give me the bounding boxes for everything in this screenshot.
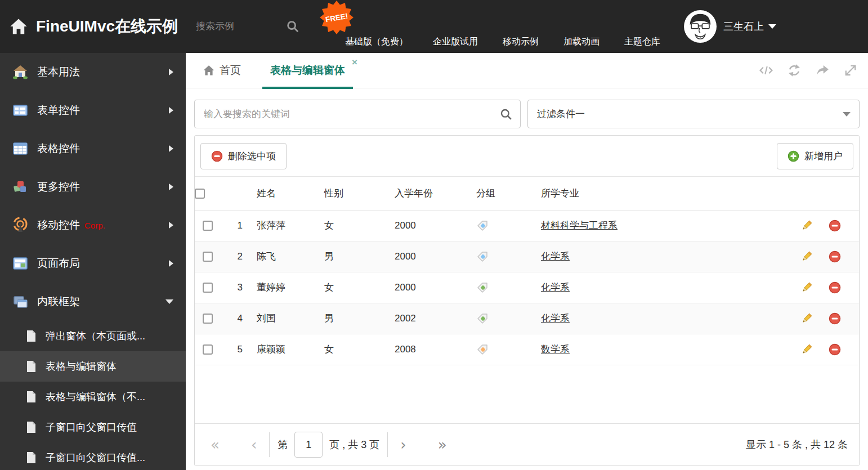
header-search-input[interactable] [196,21,286,32]
sidebar-subitem-label: 弹出窗体（本页面或... [46,329,145,343]
edit-pencil-icon[interactable] [800,312,813,325]
row-checkbox[interactable] [203,252,213,262]
sidebar-subitem[interactable]: 弹出窗体（本页面或... [0,321,186,351]
add-user-button[interactable]: 新增用户 [777,143,853,169]
row-index: 3 [220,272,248,303]
row-gender: 男 [316,303,386,334]
sidebar-item-label: 基本用法 [37,65,80,79]
corp-badge: Corp. [84,221,105,230]
keyword-search-input[interactable] [195,109,500,120]
add-user-label: 新增用户 [804,150,843,163]
major-link[interactable]: 化学系 [541,251,570,262]
sidebar-item-iframe[interactable]: 内联框架 [0,283,186,321]
sidebar-submenu: 弹出窗体（本页面或... 表格与编辑窗体 表格与编辑窗体（不... [0,321,186,470]
sidebar-item-label: 内联框架 [37,294,80,309]
chevron-right-icon [169,145,173,152]
tab-home[interactable]: 首页 [203,63,241,78]
select-all-checkbox[interactable] [195,189,205,199]
table-icon [12,141,28,156]
major-link[interactable]: 化学系 [541,313,570,324]
nav-label: 企业版试用 [433,36,478,48]
users-table: 姓名 性别 入学年份 分组 所学专业 1 张萍萍 女 [195,177,859,365]
row-name: 刘国 [248,303,316,334]
edit-pencil-icon[interactable] [800,250,813,263]
sidebar-item-grid[interactable]: 表格控件 [0,129,186,168]
expand-icon[interactable] [843,63,858,78]
search-icon[interactable] [286,20,299,33]
table-row: 3 董婷婷 女 2000 化学系 [195,272,859,303]
last-page-button[interactable]: » [433,436,451,453]
major-link[interactable]: 材料科学与工程系 [541,220,618,231]
sidebar-subitem[interactable]: 子窗口向父窗口传值... [0,442,186,470]
tabstrip: 首页 表格与编辑窗体 × [186,53,868,88]
edit-pencil-icon[interactable] [800,220,813,232]
row-name: 康颖颖 [248,334,316,365]
sidebar-item-basic[interactable]: 基本用法 [0,53,186,91]
row-year: 2008 [386,334,468,365]
top-header: FineUIMvc在线示例 FREE! 基础版（免费） 企业版试用 [0,0,868,53]
row-name: 陈飞 [248,241,316,272]
user-menu[interactable]: 三生石上 [684,10,776,43]
delete-row-icon[interactable] [829,312,841,325]
pagination-bar: « ‹ 第 页 , 共 3 页 › » 显示 1 - 5 条 , 共 12 条 [195,423,859,465]
antenna-icon [12,217,28,233]
tab-close-icon[interactable]: × [352,57,357,68]
delete-selected-button[interactable]: 删除选中项 [200,143,287,169]
row-checkbox[interactable] [203,221,213,231]
first-page-button[interactable]: « [206,436,224,453]
sidebar-subitem[interactable]: 表格与编辑窗体 [0,351,186,382]
filter-dropdown[interactable]: 过滤条件一 [527,100,860,128]
major-link[interactable]: 化学系 [541,282,570,293]
sidebar-item-more[interactable]: 更多控件 [0,168,186,206]
home-logo-icon[interactable] [9,17,28,36]
nav-item-loading[interactable]: 加载动画 [563,6,599,48]
row-checkbox[interactable] [203,314,213,324]
sidebar-subitem[interactable]: 子窗口向父窗口传值 [0,412,186,442]
row-checkbox[interactable] [203,344,213,355]
nav-item-enterprise[interactable]: 企业版试用 [433,6,478,48]
nav-item-basic-free[interactable]: FREE! 基础版（免费） [345,6,408,48]
prev-page-button[interactable]: ‹ [247,436,261,453]
row-checkbox[interactable] [203,283,213,293]
grid-toolbar: 删除选中项 新增用户 [195,136,859,177]
share-icon[interactable] [815,63,830,78]
avatar [684,10,717,43]
page-number-input[interactable] [294,432,323,458]
row-year: 2000 [386,272,468,303]
sidebar-item-layout[interactable]: 页面布局 [0,244,186,283]
row-index: 2 [220,241,248,272]
form-icon [12,102,28,118]
sidebar-item-label: 页面布局 [37,256,80,271]
file-icon [26,360,37,373]
search-icon[interactable] [500,108,512,120]
refresh-icon[interactable] [787,63,802,78]
delete-row-icon[interactable] [829,343,841,356]
table-row: 1 张萍萍 女 2000 材料科学与工程系 [195,210,859,241]
table-row: 2 陈飞 男 2000 化学系 [195,241,859,272]
table-row: 5 康颖颖 女 2008 数学系 [195,334,859,365]
delete-row-icon[interactable] [829,281,841,294]
col-year: 入学年份 [386,177,468,210]
file-icon [26,391,37,403]
next-page-button[interactable]: › [396,436,410,453]
tab-label: 表格与编辑窗体 [270,63,345,78]
row-index: 4 [220,303,248,334]
tag-icon [476,343,489,354]
major-link[interactable]: 数学系 [541,344,570,355]
sidebar-subitem[interactable]: 表格与编辑窗体（不... [0,382,186,412]
row-gender: 男 [316,241,386,272]
file-icon [26,330,37,342]
tab-grid-edit-window[interactable]: 表格与编辑窗体 × [262,53,353,88]
nav-item-mobile-demo[interactable]: 移动示例 [503,6,539,48]
edit-pencil-icon[interactable] [800,281,813,294]
house-icon [12,64,28,80]
delete-row-icon[interactable] [829,220,841,232]
sidebar-item-mobile[interactable]: 移动控件 Corp. [0,206,186,244]
nav-label: 基础版（免费） [345,36,408,48]
nav-item-themes[interactable]: 主题仓库 [624,6,660,48]
source-code-icon[interactable] [759,63,773,78]
edit-pencil-icon[interactable] [800,343,813,356]
sidebar-item-form[interactable]: 表单控件 [0,91,186,129]
nav-label: 加载动画 [563,36,599,48]
delete-row-icon[interactable] [829,250,841,263]
